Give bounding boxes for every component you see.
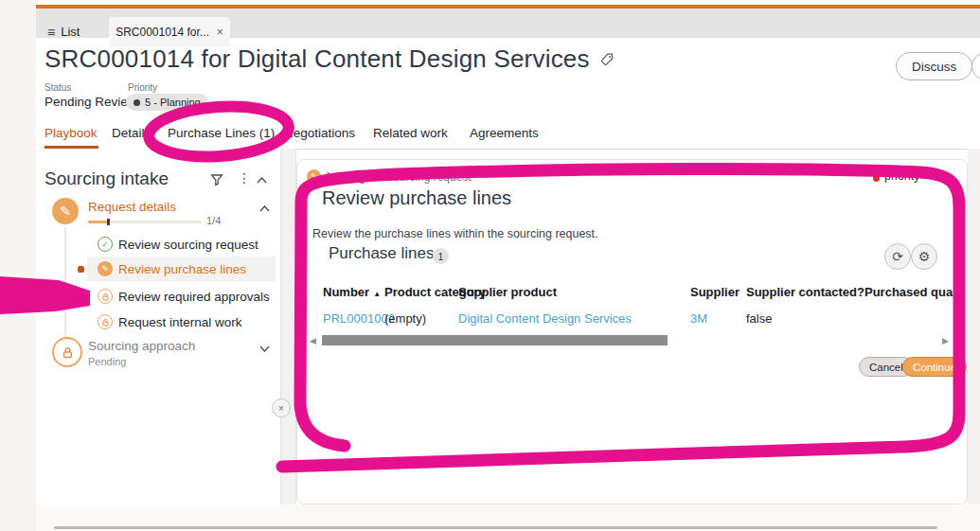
- current-step-marker: [78, 266, 84, 273]
- priority-dot-icon: [134, 99, 140, 106]
- column-header-supplier-product[interactable]: Supplier product: [458, 285, 557, 299]
- cancel-button-label: Cancel: [869, 362, 903, 373]
- step-label: Review required approvals: [118, 290, 270, 304]
- cell-product-category: (empty): [384, 311, 426, 326]
- page-title: SRC0001014 for Digital Content Design Se…: [45, 44, 615, 74]
- pencil-circle-icon: ✎: [98, 261, 113, 276]
- group-sourcing-approach-label[interactable]: Sourcing approach: [88, 339, 195, 353]
- priority-badge: 5 - Planning: [126, 94, 208, 111]
- list-settings-button[interactable]: ⚙: [911, 243, 937, 270]
- status-value: Pending Review: [45, 95, 137, 109]
- document-tab-label: SRC0001014 for...: [116, 26, 209, 39]
- step-connector-line: [64, 227, 66, 337]
- cell-supplier-product-link[interactable]: Digital Content Design Services: [458, 311, 632, 326]
- footer-band: [36, 504, 980, 531]
- app-frame: ≡ List SRC0001014 for... × SRC0001014 fo…: [36, 0, 980, 531]
- step-review-sourcing-request[interactable]: ✓ Review sourcing request: [87, 232, 276, 257]
- filter-icon[interactable]: [210, 173, 223, 186]
- step-label: Review sourcing request: [118, 238, 258, 252]
- column-header-supplier-contacted[interactable]: Supplier contacted?: [746, 285, 864, 299]
- discuss-button-label: Discuss: [912, 60, 956, 74]
- sourcing-approach-lock-icon: [52, 337, 82, 367]
- tab-details[interactable]: Details: [112, 126, 151, 140]
- hamburger-icon: ≡: [47, 26, 55, 39]
- step-review-required-approvals[interactable]: Review required approvals: [87, 284, 276, 309]
- clipped-action-button[interactable]: [971, 52, 980, 80]
- step-label: Request internal work: [118, 315, 242, 329]
- page-title-text: SRC0001014 for Digital Content Design Se…: [45, 44, 590, 74]
- tag-icon[interactable]: [599, 52, 615, 67]
- scroll-left-icon[interactable]: ◀: [310, 336, 316, 345]
- cell-supplier-link[interactable]: 3M: [690, 311, 707, 326]
- refresh-icon: ⟳: [892, 249, 903, 264]
- required-field-dot-icon: [873, 175, 880, 182]
- continue-button[interactable]: Continue: [902, 357, 967, 377]
- list-button[interactable]: ≡ List: [44, 17, 83, 46]
- browser-tab-strip: ≡ List SRC0001014 for... ×: [36, 9, 980, 38]
- discuss-button[interactable]: Discuss: [896, 52, 972, 80]
- column-header-supplier[interactable]: Supplier: [690, 285, 739, 299]
- tab-agreements[interactable]: Agreements: [470, 126, 539, 140]
- tab-playbook[interactable]: Playbook: [45, 126, 98, 140]
- progress-marker: [107, 219, 110, 225]
- playbook-sidebar: Sourcing intake ⋮ ✎ Request details 1/4 …: [36, 149, 280, 504]
- chevron-down-icon[interactable]: [259, 345, 270, 352]
- lock-circle-icon: [98, 314, 113, 329]
- scroll-right-icon[interactable]: ▶: [942, 336, 949, 345]
- tab-related-work[interactable]: Related work: [373, 126, 448, 140]
- column-label: Number: [323, 285, 369, 299]
- tab-purchase-lines[interactable]: Purchase Lines (1): [168, 126, 275, 140]
- group-sourcing-approach-status: Pending: [88, 356, 126, 367]
- column-header-number[interactable]: Number▲: [323, 285, 381, 299]
- row-count-badge: 1: [433, 248, 449, 264]
- lock-circle-icon: [98, 289, 113, 304]
- status-label: Status: [45, 82, 71, 93]
- check-circle-icon: ✓: [98, 237, 113, 252]
- step-state-chip: In Progress: [327, 170, 389, 184]
- refresh-button[interactable]: ⟳: [884, 243, 911, 270]
- step-review-purchase-lines[interactable]: ✎ Review purchase lines: [87, 257, 276, 281]
- group-collapse-chevron-icon[interactable]: [259, 205, 270, 212]
- list-label: List: [61, 25, 80, 39]
- in-progress-pencil-icon: ✎: [307, 169, 321, 184]
- panel-divider-gutter: [280, 149, 296, 504]
- sort-ascending-icon: ▲: [373, 290, 381, 298]
- priority-badge-label: 5 - Planning: [145, 97, 201, 108]
- collapse-panel-button[interactable]: ×: [272, 398, 291, 417]
- column-header-purchased-quantity[interactable]: Purchased quant: [864, 285, 964, 299]
- progress-fill: [88, 221, 109, 223]
- panel-description: Review the purchase lines within the sou…: [312, 227, 598, 240]
- priority-field-fragment: priority: [884, 169, 920, 183]
- step-detail-card: ✎ In Progress Sourcing request priority …: [296, 159, 968, 504]
- continue-button-label: Continue: [913, 362, 956, 373]
- tab-negotiations[interactable]: Negotiations: [284, 126, 355, 140]
- left-page-strip: [0, 0, 36, 531]
- step-context-label: Sourcing request: [385, 170, 472, 184]
- priority-label: Priority: [128, 82, 157, 93]
- step-label: Review purchase lines: [118, 262, 246, 276]
- request-details-pencil-icon: ✎: [52, 198, 79, 224]
- purchase-lines-section-title: Purchase lines: [329, 244, 435, 263]
- group-request-details-label[interactable]: Request details: [88, 200, 176, 214]
- record-tabs: Playbook Details Purchase Lines (1) Nego…: [36, 123, 980, 150]
- kebab-menu-icon[interactable]: ⋮: [238, 170, 251, 186]
- right-page-strip: [968, 149, 980, 504]
- document-tab[interactable]: SRC0001014 for... ×: [109, 17, 230, 46]
- screenshot-stage: ≡ List SRC0001014 for... × SRC0001014 fo…: [0, 0, 980, 531]
- step-request-internal-work[interactable]: Request internal work: [87, 310, 276, 334]
- cell-supplier-contacted: false: [746, 311, 772, 326]
- gear-icon: ⚙: [918, 249, 931, 264]
- progress-count: 1/4: [206, 215, 221, 226]
- chevron-up-icon[interactable]: [257, 177, 267, 184]
- panel-title: Review purchase lines: [322, 187, 511, 209]
- sidebar-title: Sourcing intake: [45, 168, 169, 189]
- horizontal-scrollbar-thumb[interactable]: [322, 335, 668, 345]
- footer-divider-line: [54, 526, 937, 529]
- close-icon[interactable]: ×: [217, 26, 223, 39]
